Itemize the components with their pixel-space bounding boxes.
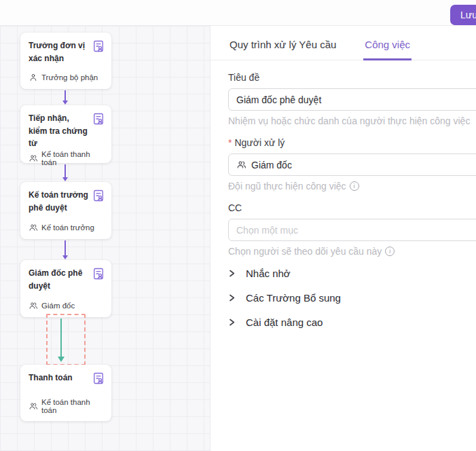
info-icon[interactable]: i xyxy=(385,247,395,256)
cc-helper-label: Chọn người sẽ theo dõi yêu cầu này xyxy=(228,246,382,257)
required-asterisk: * xyxy=(228,137,232,148)
node-role-label: Kế toán thanh toán xyxy=(41,150,105,166)
workflow-node-thanh-toan[interactable]: Thanh toán Kế toán thanh toán xyxy=(20,365,111,421)
node-role-label: Giám đốc xyxy=(41,302,75,310)
people-icon xyxy=(29,223,38,232)
node-title: Giám đốc phê duyệt xyxy=(29,267,90,292)
field-cc: CC Chọn người sẽ theo dõi yêu cầu này i xyxy=(228,202,476,257)
node-assignee: Trưởng bộ phận xyxy=(29,73,105,82)
collapsible-sections: Nhắc nhở Các Trường Bổ sung Cài đặt nâng… xyxy=(228,268,476,328)
workflow-node-tiep-nhan[interactable]: Tiếp nhận, kiểm tra chứng từ Kế toán tha… xyxy=(20,105,111,163)
node-role-label: Kế toán trưởng xyxy=(41,223,94,232)
panel-content: Tiêu đề Nhiệm vụ hoặc chức danh của ngườ… xyxy=(210,60,476,328)
connector-selection-outline xyxy=(46,314,86,365)
cc-select-input[interactable] xyxy=(228,219,476,241)
assignee-label: * Người xử lý xyxy=(228,137,476,148)
chevron-right-icon xyxy=(228,319,236,326)
node-title: Trưởng đơn vị xác nhận xyxy=(29,39,90,65)
cc-label: CC xyxy=(228,202,476,213)
node-title: Kế toán trưởng phê duyệt xyxy=(29,189,90,214)
task-document-icon xyxy=(92,189,105,202)
main-area: Trưởng đơn vị xác nhận Trưởng bộ phận Ti… xyxy=(0,26,476,451)
section-cai-dat-nang-cao[interactable]: Cài đặt nâng cao xyxy=(228,317,476,328)
people-icon xyxy=(29,401,38,411)
assignee-value: Giám đốc xyxy=(251,160,292,170)
task-document-icon xyxy=(92,112,105,126)
panel-tabs: Quy trình xử lý Yêu cầu Công việc xyxy=(210,26,476,60)
node-title: Thanh toán xyxy=(29,372,90,384)
connector-arrow xyxy=(65,164,66,177)
node-header: Tiếp nhận, kiểm tra chứng từ xyxy=(29,112,105,150)
assignee-select[interactable]: Giám đốc xyxy=(228,154,476,176)
node-header: Kế toán trưởng phê duyệt xyxy=(29,189,105,214)
field-assignee: * Người xử lý Giám đốc Đội ngũ thực hiện… xyxy=(228,137,476,192)
info-icon[interactable]: i xyxy=(350,181,359,191)
section-label: Nhắc nhở xyxy=(246,268,291,279)
section-nhac-nho[interactable]: Nhắc nhở xyxy=(228,268,476,279)
task-document-icon xyxy=(92,267,105,281)
people-icon xyxy=(236,160,246,170)
section-label: Các Trường Bổ sung xyxy=(246,292,341,304)
tab-cong-viec[interactable]: Công việc xyxy=(363,26,411,60)
node-header: Giám đốc phê duyệt xyxy=(29,267,105,292)
section-label: Cài đặt nâng cao xyxy=(246,317,323,328)
assignee-helper-text: Đội ngũ thực hiện công việc i xyxy=(228,181,476,192)
assignee-label-text: Người xử lý xyxy=(234,137,285,148)
node-assignee: Kế toán thanh toán xyxy=(29,398,105,414)
node-header: Trưởng đơn vị xác nhận xyxy=(29,39,105,65)
connector-arrow xyxy=(65,240,66,255)
node-assignee: Kế toán trưởng xyxy=(29,223,105,232)
title-label: Tiêu đề xyxy=(228,72,476,83)
workflow-node-truong-don-vi[interactable]: Trưởng đơn vị xác nhận Trưởng bộ phận xyxy=(20,33,111,89)
chevron-right-icon xyxy=(228,294,236,302)
person-icon xyxy=(29,73,38,82)
title-helper-text: Nhiệm vụ hoặc chức danh của người thực h… xyxy=(228,115,476,126)
assignee-helper-label: Đội ngũ thực hiện công việc xyxy=(228,181,346,192)
workflow-node-ke-toan-truong[interactable]: Kế toán trưởng phê duyệt Kế toán trưởng xyxy=(20,182,111,239)
node-role-label: Kế toán thanh toán xyxy=(41,398,105,414)
people-icon xyxy=(29,154,38,163)
top-bar: Lưu xyxy=(0,0,476,26)
task-config-panel: Quy trình xử lý Yêu cầu Công việc Tiêu đ… xyxy=(210,26,476,451)
node-header: Thanh toán xyxy=(29,372,105,385)
title-input[interactable] xyxy=(228,88,476,111)
workflow-canvas[interactable]: Trưởng đơn vị xác nhận Trưởng bộ phận Ti… xyxy=(0,26,210,451)
people-icon xyxy=(29,301,38,310)
task-document-icon xyxy=(92,372,105,385)
cc-helper-text: Chọn người sẽ theo dõi yêu cầu này i xyxy=(228,246,476,257)
connector-arrow xyxy=(65,90,66,101)
node-assignee: Giám đốc xyxy=(29,301,105,310)
field-title: Tiêu đề Nhiệm vụ hoặc chức danh của ngườ… xyxy=(228,72,476,126)
node-title: Tiếp nhận, kiểm tra chứng từ xyxy=(29,112,90,150)
section-cac-truong-bo-sung[interactable]: Các Trường Bổ sung xyxy=(228,292,476,304)
tab-quy-trinh-xu-ly-yeu-cau[interactable]: Quy trình xử lý Yêu cầu xyxy=(228,26,337,60)
node-assignee: Kế toán thanh toán xyxy=(29,150,105,166)
chevron-right-icon xyxy=(228,270,236,277)
task-document-icon xyxy=(92,39,105,53)
save-button[interactable]: Lưu xyxy=(450,5,476,25)
node-role-label: Trưởng bộ phận xyxy=(41,73,98,82)
selected-connector-arrow[interactable] xyxy=(60,319,62,357)
workflow-node-giam-doc[interactable]: Giám đốc phê duyệt Giám đốc xyxy=(20,260,111,317)
